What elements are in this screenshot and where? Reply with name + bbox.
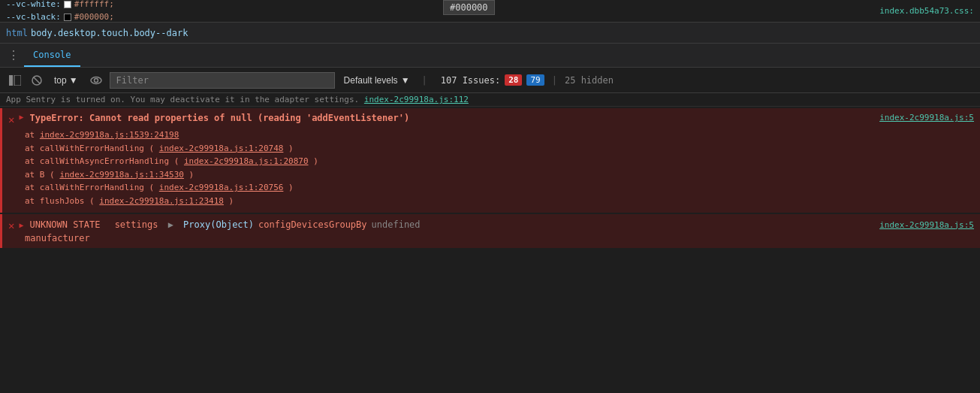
var-name-black: --vc-black:: [6, 11, 61, 24]
warning-count-badge[interactable]: 79: [526, 74, 544, 86]
var-name-white: --vc-white:: [6, 0, 61, 11]
element-selector-row: html body.desktop.touch.body--dark: [0, 23, 980, 44]
hidden-count: 25 hidden: [565, 75, 614, 86]
console-content: App Sentry is turned on. You may deactiv…: [0, 93, 980, 393]
stack-link-6[interactable]: index-2c99918a.js:1:23418: [99, 196, 224, 206]
stack-line-4: at B ( index-2c99918a.js:1:34530 ): [25, 168, 974, 182]
tab-dots-icon[interactable]: ⋮: [3, 48, 24, 62]
svg-line-3: [34, 77, 40, 83]
dropdown-arrow-icon: ▼: [69, 75, 78, 86]
var-value-black: #000000;: [74, 11, 114, 24]
var-value-white: #ffffff;: [74, 0, 114, 11]
stack-link-5[interactable]: index-2c99918a.js:1:20756: [159, 183, 284, 192]
unknown-label: UNKNOWN STATE: [29, 219, 100, 230]
svg-point-5: [94, 78, 98, 82]
error-type-1: TypeError: Cannot read properties of nul…: [29, 113, 409, 123]
tab-bar: ⋮ Console: [0, 44, 980, 68]
live-expressions-button[interactable]: [87, 73, 105, 88]
css-vars-panel: --vc-white: #ffffff; --vc-black: #000000…: [6, 0, 114, 23]
stack-line-1: at index-2c99918a.js:1539:24198: [25, 128, 974, 142]
expand-icon-1[interactable]: ▶: [19, 113, 23, 121]
filter-input[interactable]: [110, 72, 335, 89]
unknown-file-ref[interactable]: index-2c99918a.js:5: [879, 220, 974, 230]
unknown-manufacturer: manufacturer: [25, 233, 90, 243]
separator-1: |: [422, 75, 427, 86]
unknown-extra-line: manufacturer: [25, 233, 974, 243]
unknown-header: ✕ ▶ UNKNOWN STATE settings ▶ Proxy(Objec…: [8, 219, 974, 231]
log-level-dropdown[interactable]: Default levels ▼: [339, 74, 415, 87]
clear-console-button[interactable]: [29, 74, 45, 87]
unknown-config: configDevicesGroupBy: [258, 219, 367, 230]
el-selector: body.desktop.touch.body--dark: [31, 28, 188, 38]
el-html: html: [6, 28, 28, 38]
devtools-panel: --vc-white: #ffffff; --vc-black: #000000…: [0, 0, 980, 393]
issues-label: 107 Issues:: [441, 75, 500, 86]
error-file-ref-1[interactable]: index-2c99918a.js:5: [879, 113, 974, 122]
white-swatch: [64, 1, 71, 8]
stack-line-3: at callWithAsyncErrorHandling ( index-2c…: [25, 155, 974, 168]
css-var-white: --vc-white: #ffffff;: [6, 0, 114, 11]
file-ref-top[interactable]: index.dbb54a73.css:: [879, 6, 974, 16]
unknown-proxy: Proxy(Object): [183, 219, 254, 230]
stack-line-2: at callWithErrorHandling ( index-2c99918…: [25, 142, 974, 156]
stack-link-1[interactable]: index-2c99918a.js:1539:24198: [40, 130, 179, 140]
unknown-arrow-icon: ▶: [162, 219, 179, 230]
unknown-undefined: undefined: [372, 219, 421, 230]
error-count-badge[interactable]: 28: [505, 74, 522, 86]
stack-line-6: at flushJobs ( index-2c99918a.js:1:23418…: [25, 195, 974, 208]
css-var-black: --vc-black: #000000;: [6, 11, 114, 24]
error-block-1: ✕ ▶ TypeError: Cannot read properties of…: [0, 108, 980, 213]
unknown-expand-icon[interactable]: ▶: [19, 221, 23, 229]
unknown-state-block: ✕ ▶ UNKNOWN STATE settings ▶ Proxy(Objec…: [0, 214, 980, 248]
separator-2: |: [552, 75, 557, 86]
sentry-text: App Sentry is turned on. You may deactiv…: [6, 95, 359, 104]
tab-console[interactable]: Console: [24, 44, 80, 67]
color-tooltip: #000000: [443, 0, 495, 15]
issues-section: 107 Issues: 28 79: [441, 74, 544, 86]
context-selector[interactable]: top ▼: [50, 74, 83, 87]
unknown-error-icon: ✕: [8, 219, 14, 231]
log-level-label: Default levels: [344, 75, 398, 86]
context-label: top: [54, 75, 67, 86]
error-header-1: ✕ ▶ TypeError: Cannot read properties of…: [8, 113, 974, 125]
stack-trace-1: at index-2c99918a.js:1539:24198 at callW…: [25, 128, 974, 208]
sentry-link[interactable]: index-2c99918a.js:112: [364, 95, 469, 104]
stack-link-3[interactable]: index-2c99918a.js:1:20870: [184, 156, 309, 166]
log-level-arrow-icon: ▼: [401, 75, 410, 86]
top-bar: --vc-white: #ffffff; --vc-black: #000000…: [0, 0, 980, 23]
stack-link-2[interactable]: index-2c99918a.js:1:20748: [159, 144, 284, 153]
svg-rect-0: [9, 75, 13, 86]
stack-link-4[interactable]: index-2c99918a.js:1:34530: [59, 170, 184, 180]
unknown-keyword1: [104, 219, 110, 230]
stack-line-5: at callWithErrorHandling ( index-2c99918…: [25, 181, 974, 195]
sidebar-toggle-button[interactable]: [6, 74, 24, 87]
black-swatch: [64, 14, 71, 21]
sentry-info-line: App Sentry is turned on. You may deactiv…: [0, 93, 980, 107]
error-icon-1: ✕: [8, 113, 14, 125]
svg-rect-1: [14, 75, 21, 86]
unknown-settings: settings: [115, 219, 158, 230]
error-message-1: TypeError: Cannot read properties of nul…: [29, 113, 875, 123]
console-toolbar: top ▼ Default levels ▼ | 107 Issues: 28 …: [0, 68, 980, 93]
